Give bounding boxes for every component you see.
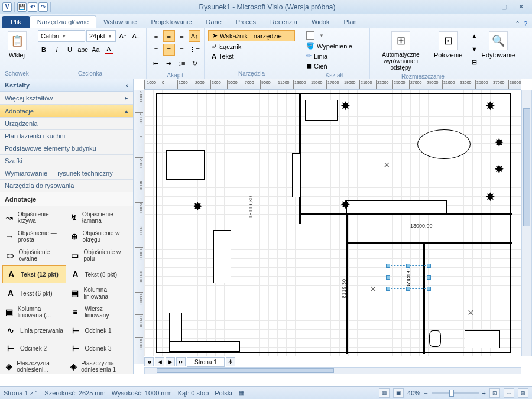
tab-file[interactable]: Plik [2, 16, 30, 28]
zoom-slider[interactable] [432, 392, 479, 394]
case-button[interactable]: Aa [90, 44, 102, 56]
shape-item[interactable]: ⊢Odcinek 2 [2, 340, 66, 356]
tv-unit[interactable] [213, 230, 231, 283]
undo-icon[interactable]: ↶ [28, 2, 37, 12]
scrollbar-horizontal[interactable] [144, 367, 521, 374]
bold-button[interactable]: B [38, 44, 50, 56]
category-cabinets[interactable]: Szafki [0, 155, 133, 167]
sofa-1[interactable] [305, 100, 338, 121]
view-full-button[interactable]: ▣ [393, 388, 404, 398]
pointer-tool[interactable]: ➤Wskaźnik - narzędzie [208, 30, 295, 41]
category-building[interactable]: Podstawowe elementy budynku [0, 142, 133, 155]
category-drawing-tools[interactable]: Narzędzia do rysowania [0, 180, 133, 192]
shape-item[interactable]: ↝Objaśnienie — krzywa [2, 209, 66, 226]
italic-button[interactable]: I [51, 44, 63, 56]
align-bottom-button[interactable]: ≡ [176, 30, 188, 42]
maximize-button[interactable]: ▢ [497, 2, 512, 12]
align-middle-button[interactable]: ≡ [163, 30, 175, 42]
shape-item[interactable]: ⊢Odcinek 1 [67, 322, 131, 339]
page-tab-1[interactable]: Strona 1 [187, 357, 225, 367]
tab-review[interactable]: Recenzja [263, 16, 304, 28]
shape-item[interactable]: ▭Objaśnienie w polu [67, 246, 131, 264]
shape-item[interactable]: ∿Linia przerwania [2, 322, 66, 339]
bullets-button[interactable]: ⋮≡ [189, 44, 200, 56]
shape-item[interactable]: ⊢Odcinek 3 [67, 340, 131, 356]
kitchen-counter[interactable] [346, 200, 447, 213]
shape-item[interactable]: ATekst (8 pkt) [67, 265, 131, 283]
toilet[interactable] [429, 330, 441, 347]
app-icon[interactable]: V [2, 2, 12, 12]
selected-shape[interactable]: Łazienka [388, 265, 429, 289]
tab-process[interactable]: Proces [229, 16, 263, 28]
tab-insert[interactable]: Wstawianie [96, 16, 144, 28]
save-icon[interactable]: 💾 [17, 2, 27, 12]
view-normal-button[interactable]: ▦ [379, 388, 390, 398]
first-page-button[interactable]: ⏮ [144, 357, 154, 366]
zoom-out-button[interactable]: − [424, 390, 427, 397]
close-button[interactable]: ✕ [513, 2, 528, 12]
edit-button[interactable]: 🔍 Edytowanie [480, 30, 517, 60]
fit-width-button[interactable]: ↔ [504, 388, 514, 398]
minimize-ribbon-icon[interactable]: ⌃ [515, 20, 520, 28]
quick-styles[interactable]: ▼ [303, 30, 366, 41]
position-button[interactable]: ⊡ Położenie [430, 30, 466, 60]
ruler-vertical[interactable]: -3000-1000020004000600080001000012000140… [134, 90, 144, 364]
shadow-button[interactable]: ◼Cień [303, 61, 366, 71]
shape-item[interactable]: →Objaśnienie — prosta [2, 228, 66, 245]
drawing-canvas[interactable]: × × × Łazienka 15119,30 8119,30 13000,00 [144, 90, 521, 356]
shape-item[interactable]: ATekst (6 pkt) [2, 284, 66, 302]
shape-item[interactable]: ▤Kolumna liniowana [67, 284, 131, 302]
shape-item[interactable]: ⊕Objaśnienie w okręgu [67, 228, 131, 245]
strike-button[interactable]: abc [77, 44, 89, 56]
font-size-combo[interactable]: 24pkt▼ [86, 30, 116, 42]
shape-item[interactable]: ATekst (12 pkt) [2, 265, 66, 283]
bathtub[interactable] [465, 330, 500, 348]
tab-plan[interactable]: Plan [336, 16, 364, 28]
category-devices[interactable]: Urządzenia [0, 118, 133, 130]
connector-tool[interactable]: ⤾Łącznik [208, 41, 295, 51]
macro-icon[interactable]: ▦ [238, 389, 244, 397]
bed[interactable] [166, 150, 205, 180]
next-page-button[interactable]: ▶ [166, 357, 175, 366]
category-annotations[interactable]: Adnotacje▴ [0, 105, 133, 118]
tab-design[interactable]: Projektowanie [144, 16, 199, 28]
tab-home[interactable]: Narzędzia główne [30, 15, 96, 28]
status-lang[interactable]: Polski [215, 390, 232, 397]
decrease-indent-button[interactable]: ⇤ [150, 57, 162, 69]
collapse-icon[interactable]: ‹ [126, 82, 128, 89]
align-top-button[interactable]: ≡ [150, 30, 162, 42]
category-dimensioning[interactable]: Wymiarowanie — rysunek techniczny [0, 167, 133, 180]
font-name-combo[interactable]: Calibri▼ [38, 30, 85, 42]
minimize-button[interactable]: — [480, 2, 495, 12]
font-color-button[interactable]: A [103, 44, 115, 56]
text-direction-button[interactable]: A↕ [189, 30, 200, 42]
increase-indent-button[interactable]: ⇥ [163, 57, 175, 69]
prev-page-button[interactable]: ◀ [155, 357, 164, 366]
text-tool[interactable]: ATekst [208, 51, 295, 61]
fit-page-button[interactable]: ⊡ [489, 388, 500, 398]
new-page-button[interactable]: ✻ [226, 357, 235, 366]
redo-icon[interactable]: ↷ [38, 2, 48, 12]
line-spacing-button[interactable]: ↕≡ [176, 57, 188, 69]
scrollbar-vertical[interactable] [521, 90, 532, 356]
pan-button[interactable]: ⊞ [518, 388, 528, 398]
shape-item[interactable]: ≡Wiersz liniowany [67, 303, 131, 321]
help-icon[interactable]: ? [524, 20, 527, 28]
align-center-button[interactable]: ≡ [163, 44, 175, 56]
rotate-text-button[interactable]: ↻ [189, 57, 200, 69]
shape-item[interactable]: ↯Objaśnienie — łamana [67, 209, 131, 226]
category-bathroom[interactable]: Plan łazienki i kuchni [0, 130, 133, 142]
floorplan[interactable]: × × × Łazienka [156, 93, 511, 353]
shelf[interactable] [292, 153, 301, 197]
tab-data[interactable]: Dane [199, 16, 229, 28]
zoom-in-button[interactable]: + [482, 390, 486, 397]
dining-table[interactable] [417, 129, 471, 159]
shape-item[interactable]: ◈Płaszczyzna odniesieni... [2, 358, 66, 374]
last-page-button[interactable]: ⏭ [176, 357, 186, 366]
more-shapes[interactable]: Więcej kształtów▸ [0, 92, 133, 105]
shape-item[interactable]: ◈Płaszczyzna odniesienia 1 [67, 358, 131, 374]
tab-view[interactable]: Widok [304, 16, 337, 28]
align-left-button[interactable]: ≡ [150, 44, 162, 56]
ruler-horizontal[interactable]: -100001000200030005000700090001100013000… [144, 79, 521, 90]
align-right-button[interactable]: ≡ [176, 44, 188, 56]
